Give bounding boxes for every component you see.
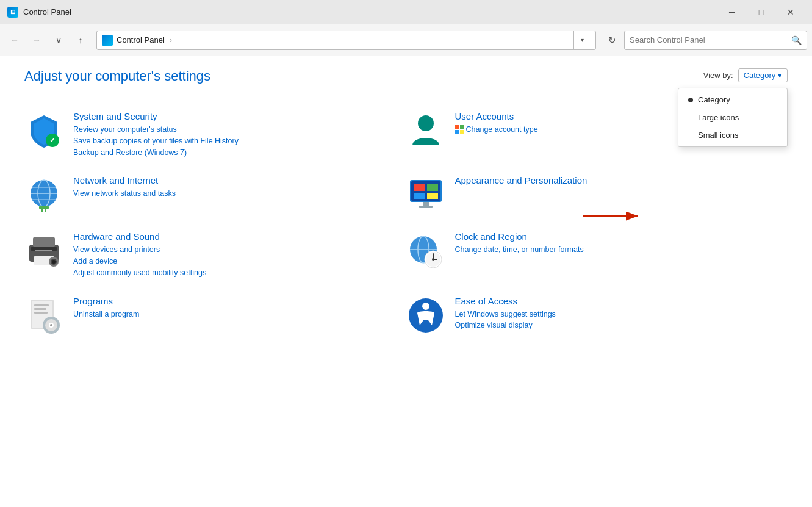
- navigation-bar: ← → ∨ ↑ Control Panel › ▾ ↻ 🔍: [0, 24, 812, 56]
- selected-bullet: [688, 98, 693, 102]
- clock-region-icon: [406, 231, 445, 270]
- forward-button[interactable]: →: [27, 31, 46, 50]
- back-button[interactable]: ←: [5, 31, 24, 50]
- system-security-link-1[interactable]: Review your computer's status: [73, 124, 406, 135]
- window-controls: ─ □ ✕: [718, 3, 805, 21]
- address-dropdown-button[interactable]: ▾: [573, 31, 591, 50]
- ease-of-access-icon: [406, 296, 445, 335]
- app-icon: ⊞: [7, 7, 18, 18]
- ease-of-access-title[interactable]: Ease of Access: [455, 296, 788, 306]
- svg-rect-14: [39, 206, 49, 209]
- svg-rect-45: [34, 312, 48, 314]
- close-button[interactable]: ✕: [777, 3, 805, 21]
- programs-link-1[interactable]: Uninstall a program: [73, 309, 406, 320]
- svg-point-40: [432, 258, 434, 261]
- network-internet-text: Network and Internet View network status…: [73, 175, 406, 200]
- view-dropdown-menu: Category Large icons Small icons: [678, 88, 788, 147]
- svg-rect-43: [34, 304, 49, 306]
- system-security-text: System and Security Review your computer…: [73, 111, 406, 158]
- programs-icon: [24, 296, 63, 335]
- svg-point-49: [50, 324, 52, 326]
- hardware-sound-title[interactable]: Hardware and Sound: [73, 231, 406, 242]
- category-system-security: ✓ System and Security Review your comput…: [24, 102, 406, 167]
- programs-title[interactable]: Programs: [73, 296, 406, 306]
- search-button[interactable]: 🔍: [791, 35, 802, 45]
- svg-text:✓: ✓: [49, 136, 56, 145]
- network-internet-link-1[interactable]: View network status and tasks: [73, 188, 406, 200]
- svg-point-4: [418, 115, 434, 131]
- category-programs: Programs Uninstall a program: [24, 287, 406, 343]
- dropdown-category[interactable]: Category: [678, 91, 787, 109]
- category-ease-of-access: Ease of Access Let Windows suggest setti…: [406, 287, 788, 343]
- svg-rect-6: [460, 125, 464, 129]
- category-clock-region: Clock and Region Change date, time, or n…: [406, 223, 788, 287]
- title-bar: ⊞ Control Panel ─ □ ✕: [0, 0, 812, 24]
- svg-rect-29: [35, 250, 52, 251]
- ease-of-access-link-1[interactable]: Let Windows suggest settings: [455, 309, 788, 320]
- main-content: Adjust your computer's settings View by:…: [0, 56, 812, 507]
- svg-point-51: [422, 303, 429, 310]
- svg-rect-7: [455, 130, 459, 134]
- small-icons-option-label: Small icons: [698, 131, 738, 140]
- svg-rect-23: [423, 202, 429, 206]
- address-bar[interactable]: Control Panel › ▾: [96, 31, 596, 50]
- maximize-button[interactable]: □: [747, 3, 775, 21]
- category-option-label: Category: [698, 95, 730, 104]
- network-internet-icon: [24, 175, 63, 214]
- address-icon: [102, 35, 113, 46]
- window-title: Control Panel: [23, 7, 718, 16]
- network-internet-title[interactable]: Network and Internet: [73, 175, 406, 185]
- refresh-button[interactable]: ↻: [602, 31, 622, 50]
- category-hardware-sound: Hardware and Sound View devices and prin…: [24, 223, 406, 287]
- recent-locations-button[interactable]: ∨: [49, 31, 68, 50]
- ease-of-access-link-2[interactable]: Optimize visual display: [455, 320, 788, 331]
- view-by-dropdown[interactable]: Category ▾: [738, 68, 788, 82]
- system-security-title[interactable]: System and Security: [73, 111, 406, 121]
- hardware-sound-link-1[interactable]: View devices and printers: [73, 244, 406, 256]
- clock-region-text: Clock and Region Change date, time, or n…: [455, 231, 788, 256]
- breadcrumb-item: Control Panel: [117, 35, 165, 45]
- system-security-icon: ✓: [24, 111, 63, 150]
- appearance-icon: [406, 175, 445, 214]
- programs-text: Programs Uninstall a program: [73, 296, 406, 320]
- svg-rect-16: [45, 207, 46, 212]
- svg-rect-21: [414, 193, 425, 199]
- svg-rect-22: [427, 193, 438, 199]
- minimize-button[interactable]: ─: [718, 3, 746, 21]
- appearance-title[interactable]: Appearance and Personalization: [455, 175, 788, 185]
- breadcrumb-text: Control Panel ›: [117, 35, 570, 45]
- svg-rect-26: [33, 237, 55, 247]
- system-security-link-2[interactable]: Save backup copies of your files with Fi…: [73, 135, 406, 147]
- appearance-text: Appearance and Personalization: [455, 175, 788, 188]
- system-security-link-3[interactable]: Backup and Restore (Windows 7): [73, 147, 406, 159]
- ease-of-access-text: Ease of Access Let Windows suggest setti…: [455, 296, 788, 332]
- category-network-internet: Network and Internet View network status…: [24, 167, 406, 223]
- search-bar[interactable]: 🔍: [624, 31, 807, 50]
- breadcrumb-arrow: ›: [169, 35, 171, 45]
- categories-grid: ✓ System and Security Review your comput…: [24, 102, 788, 343]
- up-button[interactable]: ↑: [71, 31, 90, 50]
- svg-rect-20: [427, 184, 438, 191]
- svg-rect-19: [414, 184, 425, 191]
- svg-rect-5: [455, 125, 459, 129]
- hardware-sound-icon: [24, 231, 63, 270]
- hardware-sound-text: Hardware and Sound View devices and prin…: [73, 231, 406, 278]
- svg-rect-24: [419, 206, 433, 208]
- svg-rect-8: [460, 130, 464, 134]
- svg-point-32: [52, 260, 56, 264]
- dropdown-large-icons[interactable]: Large icons: [678, 109, 787, 126]
- clock-region-title[interactable]: Clock and Region: [455, 231, 788, 242]
- view-by-row: View by: Category ▾: [703, 68, 788, 82]
- clock-region-link-1[interactable]: Change date, time, or number formats: [455, 244, 788, 256]
- svg-rect-15: [41, 207, 43, 212]
- svg-rect-44: [34, 308, 46, 310]
- search-input[interactable]: [630, 35, 791, 45]
- large-icons-option-label: Large icons: [698, 113, 739, 122]
- hardware-sound-link-2[interactable]: Add a device: [73, 256, 406, 267]
- dropdown-small-icons[interactable]: Small icons: [678, 126, 787, 144]
- category-appearance: Appearance and Personalization: [406, 167, 788, 223]
- page-heading: Adjust your computer's settings: [24, 68, 788, 84]
- view-by-label: View by:: [703, 71, 733, 80]
- hardware-sound-link-3[interactable]: Adjust commonly used mobility settings: [73, 267, 406, 279]
- user-accounts-icon: [406, 111, 445, 150]
